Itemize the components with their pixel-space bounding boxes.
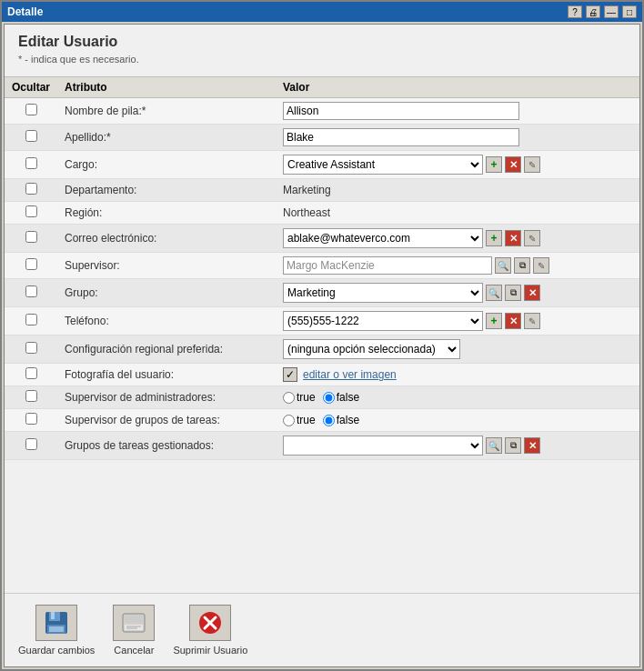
- telefono-select[interactable]: (555)555-1222: [283, 311, 483, 331]
- hide-checkbox-supervisor[interactable]: [25, 258, 37, 270]
- ocultar-cell: [5, 432, 57, 460]
- print-button[interactable]: 🖨: [586, 5, 600, 18]
- ocultar-cell: [5, 409, 57, 432]
- correo-edit-icon[interactable]: ✎: [524, 230, 540, 246]
- ocultar-cell: [5, 307, 57, 336]
- main-window: Detalle ? 🖨 — □ Editar Usuario * - indic…: [0, 0, 644, 671]
- gruposGest-copy-icon[interactable]: ⧉: [505, 437, 521, 454]
- gruposGest-delete-icon[interactable]: ✕: [524, 437, 540, 454]
- table-row: Grupo: Marketing 🔍 ⧉ ✕: [5, 279, 639, 307]
- help-button[interactable]: ?: [568, 5, 582, 18]
- supGrupos-false-label[interactable]: false: [323, 414, 359, 426]
- cancel-svg: [121, 610, 146, 636]
- attr-label-cargo: Cargo:: [57, 151, 276, 179]
- hide-checkbox-foto[interactable]: [25, 367, 37, 379]
- save-button[interactable]: Guardar cambios: [18, 605, 95, 656]
- attr-label-departamento: Departamento:: [57, 179, 276, 202]
- supGrupos-true-label[interactable]: true: [283, 414, 316, 426]
- col-header-ocultar: Ocultar: [5, 77, 57, 98]
- config-select[interactable]: (ninguna opción seleccionada): [283, 339, 460, 359]
- hide-checkbox-cargo[interactable]: [25, 157, 37, 169]
- nombre-input[interactable]: [283, 102, 519, 120]
- correo-delete-icon[interactable]: ✕: [505, 230, 521, 246]
- supervisor-copy-icon[interactable]: ⧉: [514, 257, 530, 274]
- value-cell-apellido: [276, 125, 639, 151]
- page-header: Editar Usuario * - indica que es necesar…: [5, 25, 639, 76]
- hide-checkbox-config[interactable]: [25, 342, 37, 354]
- floppy-disk-svg: [44, 610, 69, 636]
- table-row: Teléfono: (555)555-1222 + ✕ ✎: [5, 307, 639, 336]
- ocultar-cell: [5, 225, 57, 253]
- hide-checkbox-supGrupos[interactable]: [25, 413, 37, 425]
- cargo-add-icon[interactable]: +: [486, 156, 502, 173]
- grupo-search-icon[interactable]: 🔍: [486, 285, 502, 301]
- telefono-delete-icon[interactable]: ✕: [505, 313, 521, 329]
- supAdmin-false-radio[interactable]: [323, 392, 335, 404]
- page-title: Editar Usuario: [18, 34, 626, 50]
- supAdmin-false-label[interactable]: false: [323, 391, 359, 404]
- value-cell-grupo: Marketing 🔍 ⧉ ✕: [276, 279, 639, 307]
- supervisor-edit-icon[interactable]: ✎: [533, 257, 549, 274]
- save-label: Guardar cambios: [18, 645, 95, 656]
- value-cell-correo: ablake@whateverco.com + ✕ ✎: [276, 225, 639, 253]
- supGrupos-false-radio[interactable]: [323, 415, 335, 426]
- cancel-button[interactable]: Cancelar: [113, 605, 155, 656]
- supAdmin-true-radio[interactable]: [283, 392, 295, 404]
- table-row: Configuración regional preferida: (ningu…: [5, 336, 639, 364]
- hide-checkbox-grupo[interactable]: [25, 285, 37, 297]
- attr-label-supervisor: Supervisor:: [57, 253, 276, 279]
- hide-checkbox-apellido[interactable]: [25, 130, 37, 142]
- svg-rect-4: [49, 626, 64, 632]
- hide-checkbox-departamento[interactable]: [25, 183, 37, 195]
- ocultar-cell: [5, 279, 57, 307]
- hide-checkbox-region[interactable]: [25, 205, 37, 217]
- hide-checkbox-supAdmin[interactable]: [25, 390, 37, 402]
- telefono-edit-icon[interactable]: ✎: [524, 313, 540, 329]
- grupo-delete-icon[interactable]: ✕: [524, 285, 540, 301]
- maximize-button[interactable]: □: [622, 5, 637, 18]
- ocultar-cell: [5, 336, 57, 364]
- supGrupos-true-radio[interactable]: [283, 415, 295, 426]
- supervisor-search-icon[interactable]: 🔍: [495, 257, 511, 274]
- table-row: Supervisor de administradores: true fals…: [5, 386, 639, 409]
- table-row: Nombre de pila:*: [5, 98, 639, 125]
- hide-checkbox-gruposGest[interactable]: [25, 438, 37, 450]
- table-row: Apellido:*: [5, 125, 639, 151]
- table-row: Departamento: Marketing: [5, 179, 639, 202]
- apellido-input[interactable]: [283, 128, 519, 146]
- grupo-select[interactable]: Marketing: [283, 283, 483, 303]
- gruposGest-select[interactable]: [283, 436, 483, 456]
- value-cell-gruposGest: 🔍 ⧉ ✕: [276, 432, 639, 460]
- gruposGest-search-icon[interactable]: 🔍: [486, 437, 502, 454]
- cargo-edit-icon[interactable]: ✎: [524, 156, 540, 173]
- foto-checkbox-icon: ✓: [283, 367, 297, 382]
- ocultar-cell: [5, 386, 57, 409]
- value-cell-cargo: Creative Assistant + ✕ ✎: [276, 151, 639, 179]
- value-cell-config: (ninguna opción seleccionada): [276, 336, 639, 364]
- hide-checkbox-correo[interactable]: [25, 231, 37, 243]
- correo-add-icon[interactable]: +: [486, 230, 502, 246]
- supAdmin-true-label[interactable]: true: [283, 391, 316, 404]
- delete-label: Suprimir Usuario: [173, 645, 247, 656]
- cargo-delete-icon[interactable]: ✕: [505, 156, 521, 173]
- foto-link[interactable]: editar o ver imagen: [303, 368, 397, 381]
- title-bar-buttons: ? 🖨 — □: [568, 5, 637, 18]
- ocultar-cell: [5, 98, 57, 125]
- window-title: Detalle: [7, 5, 43, 18]
- grupo-copy-icon[interactable]: ⧉: [505, 285, 521, 301]
- telefono-add-icon[interactable]: +: [486, 313, 502, 329]
- delete-button[interactable]: Suprimir Usuario: [173, 605, 247, 656]
- hide-checkbox-telefono[interactable]: [25, 314, 37, 325]
- ocultar-cell: [5, 364, 57, 386]
- correo-select[interactable]: ablake@whateverco.com: [283, 228, 483, 248]
- minimize-button[interactable]: —: [604, 5, 619, 18]
- delete-icon: [189, 605, 231, 641]
- attr-label-config: Configuración regional preferida:: [57, 336, 276, 364]
- hide-checkbox-nombre[interactable]: [25, 104, 37, 115]
- value-cell-telefono: (555)555-1222 + ✕ ✎: [276, 307, 639, 336]
- attr-label-region: Región:: [57, 202, 276, 225]
- value-cell-departamento: Marketing: [276, 179, 639, 202]
- cargo-select[interactable]: Creative Assistant: [283, 155, 483, 175]
- value-cell-region: Northeast: [276, 202, 639, 225]
- ocultar-cell: [5, 151, 57, 179]
